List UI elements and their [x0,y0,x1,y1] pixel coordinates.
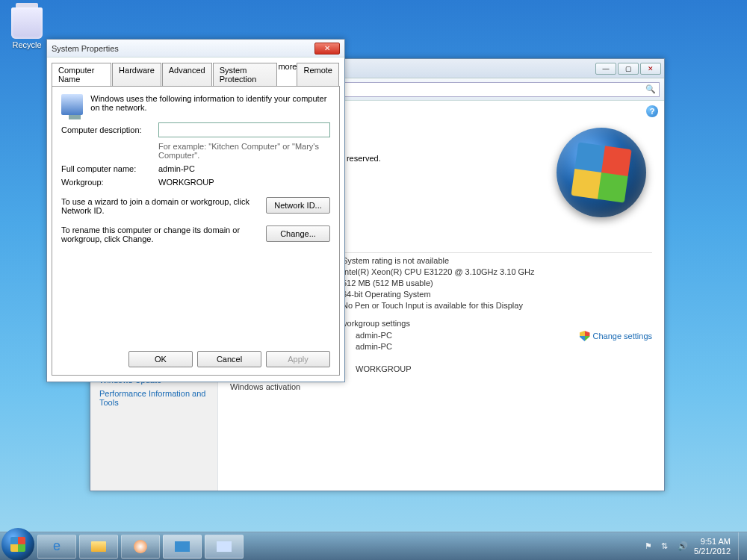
computer-description-input[interactable] [158,122,330,137]
pen-value: No Pen or Touch Input is available for t… [342,301,523,310]
taskbar-clock[interactable]: 9:51 AM 5/21/2012 [694,537,731,555]
dialog-close-button[interactable]: ✕ [314,43,340,55]
systype-value: 64-bit Operating System [342,290,431,299]
windows-logo-icon [557,128,646,217]
taskbar-control-panel[interactable] [163,535,202,559]
change-settings-link[interactable]: Change settings [580,331,653,341]
recycle-bin-label: Recycle [11,40,43,49]
taskbar: e ⚑ ⇅ 🔊 9:51 AM 5/21/2012 [0,532,747,560]
full-name-field-label: Full computer name: [61,164,158,173]
system-properties-icon [217,541,232,552]
recycle-bin[interactable]: Recycle [11,7,43,49]
tab-hardware[interactable]: Hardware [112,63,161,87]
tab-advanced[interactable]: Advanced [162,63,212,87]
computer-name-value: admin-PC [356,331,392,340]
cancel-button[interactable]: Cancel [197,351,261,367]
taskbar-explorer[interactable] [79,535,118,559]
folder-icon [91,541,106,552]
rename-text: To rename this computer or change its do… [61,225,257,243]
tray-flag-icon[interactable]: ⚑ [645,541,655,552]
workgroup-field-value: WORKGROUP [158,178,214,187]
system-tray: ⚑ ⇅ 🔊 9:51 AM 5/21/2012 [645,537,738,555]
wizard-text: To use a wizard to join a domain or work… [61,197,257,215]
full-name-value: admin-PC [356,342,392,351]
taskbar-media-player[interactable] [121,535,160,559]
full-name-field-value: admin-PC [158,164,195,173]
clock-time: 9:51 AM [694,537,731,546]
apply-button[interactable]: Apply [266,351,330,367]
tab-remote[interactable]: Remote [297,63,339,87]
tab-computer-name[interactable]: Computer Name [52,63,111,87]
workgroup-value: WORKGROUP [356,364,412,373]
rating-link[interactable]: System rating is not available [342,256,449,265]
taskbar-system-properties[interactable] [205,535,244,559]
dialog-title: System Properties [52,44,119,53]
taskbar-ie[interactable]: e [37,535,76,559]
computer-icon [61,94,83,115]
recycle-bin-icon [11,7,43,39]
system-properties-dialog: System Properties ✕ Computer Name Hardwa… [46,39,345,382]
section-activation: Windows activation [230,382,652,391]
intro-text: Windows uses the following information t… [90,94,330,115]
tray-network-icon[interactable]: ⇅ [661,541,672,552]
media-player-icon [134,540,147,553]
control-panel-icon [175,541,190,552]
shield-icon [580,331,590,341]
search-icon: 🔍 [645,84,656,94]
tab-panel: Windows uses the following information t… [52,86,340,376]
workgroup-field-label: Workgroup: [61,178,158,187]
change-button[interactable]: Change... [266,225,330,242]
maximize-button[interactable]: ▢ [618,63,639,75]
ram-value: 512 MB (512 MB usable) [342,279,433,287]
dialog-titlebar[interactable]: System Properties ✕ [47,40,344,57]
help-icon[interactable]: ? [646,105,658,117]
cpu-value: Intel(R) Xeon(R) CPU E31220 @ 3.10GHz 3.… [342,267,535,276]
tray-volume-icon[interactable]: 🔊 [678,541,688,552]
minimize-button[interactable]: — [595,63,616,75]
close-button[interactable]: ✕ [640,63,661,75]
ok-button[interactable]: OK [128,351,193,367]
clock-date: 5/21/2012 [694,547,731,556]
desc-field-label: Computer description: [61,125,158,134]
desc-example: For example: "Kitchen Computer" or "Mary… [158,142,330,160]
dialog-tabs: Computer Name Hardware Advanced System P… [47,57,344,86]
ie-icon: e [53,538,61,554]
tab-system-protection[interactable]: System Protection [213,63,278,87]
show-desktop-button[interactable] [738,532,746,561]
start-button[interactable] [1,528,34,561]
network-id-button[interactable]: Network ID... [266,197,330,214]
sidebar-perf-tools[interactable]: Performance Information and Tools [99,389,208,407]
change-settings-text: Change settings [593,332,653,340]
